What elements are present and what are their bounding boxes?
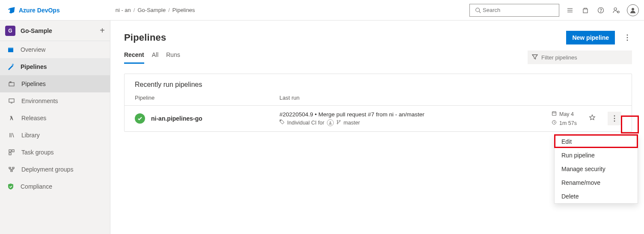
svg-point-41 xyxy=(614,118,615,119)
new-pipeline-button[interactable]: New pipeline xyxy=(566,31,615,44)
avatar[interactable] xyxy=(627,4,639,16)
add-icon[interactable]: + xyxy=(100,26,105,36)
layout: G Go-Sample + Overview Pipelines Pipelin… xyxy=(0,21,644,234)
svg-rect-21 xyxy=(9,150,11,152)
run-duration-line: 1m 57s xyxy=(552,120,577,126)
topbar: Azure DevOps ni - an / Go-Sample / Pipel… xyxy=(0,0,644,21)
compliance-icon xyxy=(7,183,15,190)
sidebar-label: Task groups xyxy=(21,149,53,156)
sidebar-item-pipelines[interactable]: Pipelines xyxy=(0,75,110,92)
svg-rect-22 xyxy=(12,150,14,152)
calendar-icon xyxy=(552,111,557,117)
col-pipeline: Pipeline xyxy=(135,95,279,101)
tab-recent[interactable]: Recent xyxy=(124,51,144,64)
sidebar-item-task-groups[interactable]: Task groups xyxy=(0,144,110,161)
svg-rect-35 xyxy=(552,112,556,116)
help-icon[interactable] xyxy=(596,6,605,15)
page-head: Pipelines New pipeline xyxy=(124,31,632,44)
svg-point-30 xyxy=(280,120,281,121)
breadcrumb-project[interactable]: Go-Sample xyxy=(137,7,166,13)
run-date: May 4 xyxy=(559,111,574,117)
overview-icon xyxy=(7,46,15,53)
svg-rect-5 xyxy=(583,9,588,13)
svg-point-9 xyxy=(617,11,619,12)
menu-manage-security[interactable]: Manage security xyxy=(555,162,638,176)
filter-box[interactable] xyxy=(528,50,632,64)
svg-point-32 xyxy=(337,120,338,121)
clock-icon xyxy=(552,120,557,126)
environments-icon xyxy=(8,97,15,105)
breadcrumb-sep: / xyxy=(134,7,135,13)
run-summary: #20220504.9 • Merge pull request #7 from… xyxy=(279,111,552,118)
page-more-button[interactable] xyxy=(623,31,632,44)
svg-point-8 xyxy=(614,8,617,10)
page-head-right: New pipeline xyxy=(566,31,632,44)
svg-rect-12 xyxy=(8,47,13,48)
project-header[interactable]: G Go-Sample + xyxy=(0,21,110,41)
pipelines-sub-icon xyxy=(8,80,15,88)
menu-run-pipeline[interactable]: Run pipeline xyxy=(555,148,638,162)
sidebar-item-pipelines-head[interactable]: Pipelines xyxy=(0,58,110,75)
run-trigger: Individual CI for master xyxy=(279,119,552,126)
deployment-groups-icon xyxy=(8,166,15,173)
pipelines-icon xyxy=(7,63,15,71)
svg-point-31 xyxy=(329,121,331,123)
task-groups-icon xyxy=(8,148,15,156)
sidebar-label: Overview xyxy=(21,46,45,53)
brand-name: Azure DevOps xyxy=(19,7,60,14)
svg-point-42 xyxy=(614,121,615,122)
svg-point-27 xyxy=(627,35,628,36)
sidebar-item-environments[interactable]: Environments xyxy=(0,92,110,110)
menu-rename-move[interactable]: Rename/move xyxy=(555,176,638,190)
breadcrumb-area[interactable]: Pipelines xyxy=(172,7,195,13)
tab-runs[interactable]: Runs xyxy=(166,51,180,64)
releases-icon xyxy=(8,114,15,122)
search-icon xyxy=(473,6,483,15)
sidebar-label: Library xyxy=(21,132,40,139)
run-meta-col: May 4 1m 57s xyxy=(552,111,577,126)
pipelines-card: Recently run pipelines Pipeline Last run… xyxy=(124,74,632,132)
search-box[interactable] xyxy=(469,4,559,17)
marketplace-icon[interactable] xyxy=(581,6,590,15)
library-icon xyxy=(8,131,15,139)
pipeline-row[interactable]: ni-an.pipelines-go #20220504.9 • Merge p… xyxy=(125,106,632,131)
menu-edit[interactable]: Edit xyxy=(555,135,638,148)
sidebar-label: Environments xyxy=(21,98,58,104)
tab-all[interactable]: All xyxy=(152,51,159,64)
status-success-icon xyxy=(135,113,145,124)
sidebar-item-library[interactable]: Library xyxy=(0,127,110,144)
sidebar-item-overview[interactable]: Overview xyxy=(0,41,110,58)
sidebar-label: Compliance xyxy=(21,183,52,190)
svg-rect-16 xyxy=(9,99,14,102)
brand[interactable]: Azure DevOps xyxy=(3,6,64,14)
breadcrumb-sep: / xyxy=(168,7,170,13)
search-input[interactable] xyxy=(483,7,555,13)
user-settings-icon[interactable] xyxy=(611,6,621,15)
last-run-cell: #20220504.9 • Merge pull request #7 from… xyxy=(279,111,552,126)
svg-rect-14 xyxy=(9,83,14,86)
svg-rect-25 xyxy=(12,167,14,169)
page-title: Pipelines xyxy=(124,32,166,43)
tabs-row: Recent All Runs xyxy=(124,50,632,64)
list-icon[interactable] xyxy=(565,6,575,15)
svg-point-10 xyxy=(632,8,634,10)
svg-rect-11 xyxy=(8,48,13,52)
filter-input[interactable] xyxy=(541,54,628,61)
branch-name: master xyxy=(344,120,360,126)
sidebar-item-releases[interactable]: Releases xyxy=(0,110,110,127)
svg-point-28 xyxy=(627,37,628,39)
breadcrumb-org[interactable]: ni - an xyxy=(116,7,131,13)
svg-point-40 xyxy=(614,116,615,117)
sidebar-label: Pipelines xyxy=(21,80,46,87)
svg-line-1 xyxy=(479,11,481,13)
context-menu: Edit Run pipeline Manage security Rename… xyxy=(554,134,638,204)
card-title: Recently run pipelines xyxy=(125,74,632,93)
svg-point-29 xyxy=(627,40,628,41)
row-more-button[interactable] xyxy=(608,112,621,125)
project-badge: G xyxy=(5,26,15,36)
sidebar-item-deployment-groups[interactable]: Deployment groups xyxy=(0,161,110,178)
sidebar-item-compliance[interactable]: Compliance xyxy=(0,178,110,195)
favorite-star-icon[interactable] xyxy=(589,114,596,123)
table-head: Pipeline Last run xyxy=(125,93,632,106)
menu-delete[interactable]: Delete xyxy=(555,190,638,203)
